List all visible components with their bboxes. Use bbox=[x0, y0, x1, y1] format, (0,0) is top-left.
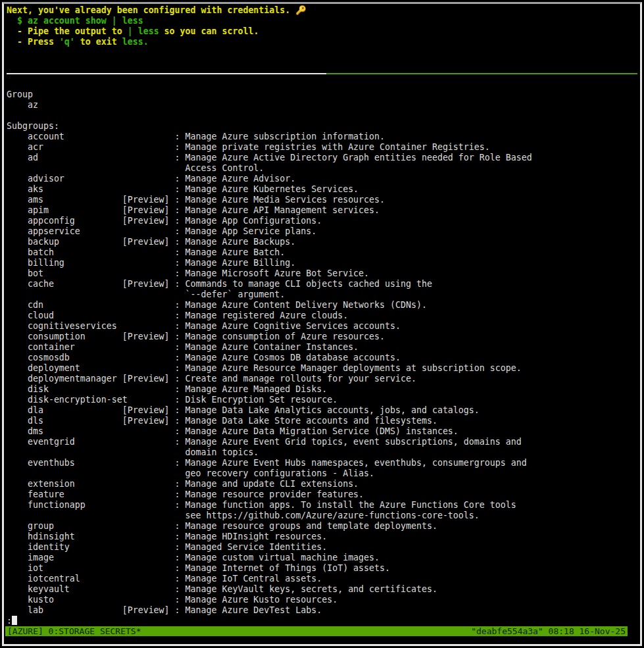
subgroup-row-ad: ad : Manage Azure Active Directory Graph… bbox=[7, 153, 640, 163]
subgroup-row-iot: iot : Manage Internet of Things (IoT) as… bbox=[7, 563, 640, 574]
subgroup-row-aks: aks : Manage Azure Kubernetes Services. bbox=[7, 184, 640, 195]
subgroup-row-acr: acr : Manage private registries with Azu… bbox=[7, 142, 640, 153]
terminal-window: Next, you've already been configured wit… bbox=[2, 2, 642, 646]
subgroup-row-keyvault: keyvault : Manage KeyVault keys, secrets… bbox=[7, 584, 640, 595]
terminal-output: Next, you've already been configured wit… bbox=[7, 5, 640, 626]
subgroup-row-eventgrid-cont: domain topics. bbox=[7, 447, 640, 458]
subgroup-row-appservice: appservice : Manage App Service plans. bbox=[7, 226, 640, 237]
subgroups-label: Subgroups: bbox=[7, 121, 640, 132]
subgroup-row-eventhubs: eventhubs : Manage Azure Event Hubs name… bbox=[7, 458, 640, 468]
subgroup-row-eventhubs-cont: geo recovery configurations - Alias. bbox=[7, 468, 640, 479]
subgroup-row-functionapp-cont: see https://github.com/Azure/azure-funct… bbox=[7, 511, 640, 521]
blank-line bbox=[7, 47, 640, 58]
subgroup-row-cloud: cloud : Manage registered Azure clouds. bbox=[7, 311, 640, 321]
blank-line bbox=[7, 79, 640, 89]
subgroup-row-kusto: kusto : Manage Azure Kusto resources. bbox=[7, 595, 640, 605]
key-icon: 🔑 bbox=[295, 5, 307, 15]
subgroup-row-consumption: consumption [Preview] : Manage consumpti… bbox=[7, 332, 640, 342]
subgroup-row-group: group : Manage resource groups and templ… bbox=[7, 521, 640, 532]
subgroup-row-extension: extension : Manage and update CLI extens… bbox=[7, 479, 640, 489]
subgroup-row-billing: billing : Manage Azure Billing. bbox=[7, 258, 640, 268]
subgroup-row-feature: feature : Manage resource provider featu… bbox=[7, 489, 640, 500]
status-left-session: [AZURE] 0:STORAGE SECRETS* bbox=[7, 626, 141, 636]
subgroup-row-dls: dls [Preview] : Manage Data Lake Store a… bbox=[7, 416, 640, 426]
group-label: Group bbox=[7, 89, 640, 100]
subgroup-row-disk: disk : Manage Azure Managed Disks. bbox=[7, 384, 640, 395]
desktop: { "colors": { "yellow": "#e4e400", "gree… bbox=[0, 0, 644, 648]
subgroup-row-cache: cache [Preview] : Commands to manage CLI… bbox=[7, 279, 640, 289]
subgroup-row-disk-encryption-set: disk-encryption-set : Disk Encryption Se… bbox=[7, 395, 640, 405]
subgroup-row-ad-cont: Access Control. bbox=[7, 163, 640, 174]
status-right-host-time: "deabfe554a3a" 08:18 16-Nov-25 bbox=[471, 626, 626, 636]
subgroup-row-deploymentmanager: deploymentmanager [Preview] : Create and… bbox=[7, 374, 640, 384]
subgroup-row-advisor: advisor : Manage Azure Advisor. bbox=[7, 174, 640, 184]
intro-line-4: - Press 'q' to exit less. bbox=[7, 37, 640, 47]
subgroup-row-account: account : Manage Azure subscription info… bbox=[7, 132, 640, 142]
subgroup-row-dla: dla [Preview] : Manage Data Lake Analyti… bbox=[7, 405, 640, 416]
blank-line bbox=[7, 58, 640, 68]
subgroup-row-cosmosdb: cosmosdb : Manage Azure Cosmos DB databa… bbox=[7, 353, 640, 363]
intro-line-1: Next, you've already been configured wit… bbox=[7, 5, 640, 16]
subgroup-row-apim: apim [Preview] : Manage Azure API Manage… bbox=[7, 205, 640, 216]
subgroup-row-batch: batch : Manage Azure Batch. bbox=[7, 247, 640, 258]
blank-line bbox=[7, 111, 640, 121]
divider-white-segment bbox=[7, 73, 326, 74]
subgroup-row-image: image : Manage custom virtual machine im… bbox=[7, 553, 640, 563]
subgroup-row-backup: backup [Preview] : Manage Azure Backups. bbox=[7, 237, 640, 247]
subgroup-row-iotcentral: iotcentral : Manage IoT Central assets. bbox=[7, 574, 640, 584]
subgroup-row-hdinsight: hdinsight : Manage HDInsight resources. bbox=[7, 532, 640, 542]
subgroup-row-cognitiveservices: cognitiveservices : Manage Azure Cogniti… bbox=[7, 321, 640, 332]
subgroup-row-bot: bot : Manage Microsoft Azure Bot Service… bbox=[7, 268, 640, 279]
subgroup-row-container: container : Manage Azure Container Insta… bbox=[7, 342, 640, 353]
less-prompt-line[interactable]: : bbox=[7, 616, 640, 626]
subgroup-row-deployment: deployment : Manage Azure Resource Manag… bbox=[7, 363, 640, 374]
terminal-screen[interactable]: Next, you've already been configured wit… bbox=[4, 4, 640, 644]
subgroup-row-eventgrid: eventgrid : Manage Azure Event Grid topi… bbox=[7, 437, 640, 447]
subgroup-row-cache-cont: `--defer` argument. bbox=[7, 289, 640, 300]
less-prompt-colon: : bbox=[7, 616, 12, 626]
subgroup-row-cdn: cdn : Manage Azure Content Delivery Netw… bbox=[7, 300, 640, 311]
divider-green-segment bbox=[326, 73, 637, 74]
subgroup-row-dms: dms : Manage Azure Data Migration Servic… bbox=[7, 426, 640, 437]
subgroup-row-ams: ams [Preview] : Manage Azure Media Servi… bbox=[7, 195, 640, 205]
subgroup-row-identity: identity : Managed Service Identities. bbox=[7, 542, 640, 553]
intro-line-3: - Pipe the output to | less so you can s… bbox=[7, 26, 640, 37]
intro-line-2: $ az account show | less bbox=[7, 16, 640, 26]
subgroup-row-functionapp: functionapp : Manage function apps. To i… bbox=[7, 500, 640, 511]
subgroup-row-appconfig: appconfig [Preview] : Manage App Configu… bbox=[7, 216, 640, 226]
group-name: az bbox=[7, 100, 640, 111]
pane-divider bbox=[7, 68, 640, 79]
text-cursor bbox=[12, 616, 17, 625]
subgroup-row-lab: lab [Preview] : Manage Azure DevTest Lab… bbox=[7, 605, 640, 616]
tmux-status-bar: [AZURE] 0:STORAGE SECRETS* "deabfe554a3a… bbox=[5, 626, 628, 636]
